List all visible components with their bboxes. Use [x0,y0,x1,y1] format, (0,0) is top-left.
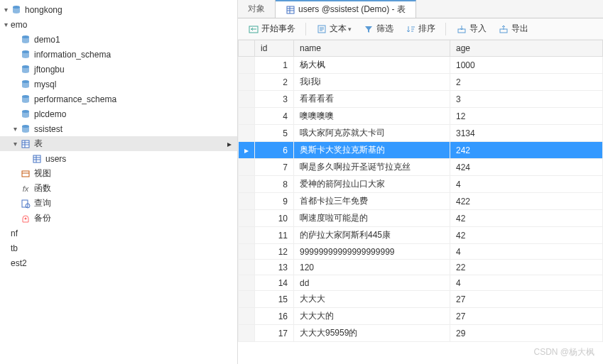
row-gutter[interactable] [239,57,255,74]
cell-id[interactable]: 5 [255,125,294,142]
table-row[interactable]: 7啊是多久啊拉开圣诞节拉克丝424 [239,159,603,176]
table-row[interactable]: ▸6奥斯卡大奖拉克斯基的242 [239,142,603,159]
row-gutter[interactable] [239,244,255,260]
table-row[interactable]: 15大大大27 [239,291,603,308]
tree-item[interactable]: ▾emo [0,17,237,32]
cell-name[interactable]: 哦大家阿克苏就大卡司 [294,125,450,142]
cell-name[interactable]: dd [294,275,450,291]
cell-name[interactable]: 大大大95959的 [294,325,450,342]
row-gutter[interactable] [239,125,255,142]
table-row[interactable]: 10啊速度啦可能是的42 [239,210,603,227]
table-row[interactable]: 1杨大枫1000 [239,57,603,74]
row-gutter[interactable]: ▸ [239,142,255,159]
cell-age[interactable]: 12 [450,108,603,125]
cell-id[interactable]: 17 [255,325,294,342]
cell-name[interactable]: 大大大 [294,291,450,308]
tree-item[interactable]: est2 [0,255,237,270]
tree-item[interactable]: 视图 [0,166,237,181]
cell-name[interactable]: 120 [294,260,450,275]
table-row[interactable]: 12999999999999999999994 [239,244,603,260]
expand-icon[interactable]: ▾ [11,140,18,148]
table-row[interactable]: 8爱神的箭阿拉山口大家4 [239,176,603,193]
table-row[interactable]: 17大大大95959的29 [239,325,603,342]
cell-age[interactable]: 42 [450,210,603,227]
table-row[interactable]: 9首都卡拉三年免费422 [239,193,603,210]
cell-id[interactable]: 13 [255,260,294,275]
table-row[interactable]: 5哦大家阿克苏就大卡司3134 [239,125,603,142]
cell-id[interactable]: 9 [255,193,294,210]
tree-item[interactable]: ▾hongkong [0,2,237,17]
begin-transaction-button[interactable]: 开始事务 [244,21,300,36]
cell-age[interactable]: 3134 [450,125,603,142]
tree-item[interactable]: users [0,151,237,166]
table-row[interactable]: 14dd4 [239,275,603,291]
expand-icon[interactable]: ▾ [11,125,18,133]
row-gutter[interactable] [239,74,255,91]
cell-id[interactable]: 7 [255,159,294,176]
cell-name[interactable]: 奥斯卡大奖拉克斯基的 [294,142,450,159]
cell-id[interactable]: 8 [255,176,294,193]
table-row[interactable]: 16大大大的27 [239,308,603,325]
row-gutter[interactable] [239,291,255,308]
cell-id[interactable]: 12 [255,244,294,260]
cell-age[interactable]: 3 [450,91,603,108]
tree-item[interactable]: tb [0,241,237,255]
tree-item[interactable]: jftongbu [0,62,237,77]
cell-name[interactable]: 噢噢噢噢 [294,108,450,125]
cell-name[interactable]: 我i我i [294,74,450,91]
tree-item[interactable]: demo1 [0,32,237,47]
cell-age[interactable]: 422 [450,193,603,210]
cell-name[interactable]: 啊是多久啊拉开圣诞节拉克丝 [294,159,450,176]
cell-id[interactable]: 3 [255,91,294,108]
row-gutter[interactable] [239,210,255,227]
cell-age[interactable]: 242 [450,142,603,159]
row-gutter[interactable] [239,193,255,210]
cell-age[interactable]: 4 [450,275,603,291]
cell-id[interactable]: 6 [255,142,294,159]
cell-age[interactable]: 1000 [450,57,603,74]
cell-age[interactable]: 424 [450,159,603,176]
tree-item[interactable]: mysql [0,77,237,92]
row-gutter[interactable] [239,275,255,291]
data-grid[interactable]: id name age 1杨大枫10002我i我i23看看看看34噢噢噢噢125… [238,40,603,364]
tab[interactable]: users @ssistest (Demo) - 表 [276,0,416,18]
expand-icon[interactable]: ▾ [2,6,9,13]
cell-name[interactable]: 啊速度啦可能是的 [294,210,450,227]
tree-item[interactable]: fx函数 [0,181,237,196]
cell-name[interactable]: 的萨拉大家阿斯利445康 [294,227,450,244]
tree-item[interactable]: ▾表▸ [0,136,237,151]
expand-icon[interactable]: ▾ [2,21,9,28]
row-gutter[interactable] [239,176,255,193]
cell-name[interactable]: 看看看看 [294,91,450,108]
cell-age[interactable]: 22 [450,260,603,275]
column-header-age[interactable]: age [450,40,603,57]
cell-name[interactable]: 首都卡拉三年免费 [294,193,450,210]
cell-id[interactable]: 4 [255,108,294,125]
tree-item[interactable]: plcdemo [0,106,237,121]
row-gutter[interactable] [239,91,255,108]
sort-button[interactable]: 排序 [401,21,440,36]
cell-age[interactable]: 27 [450,308,603,325]
tab[interactable]: 对象 [238,0,276,18]
cell-name[interactable]: 大大大的 [294,308,450,325]
table-row[interactable]: 1312022 [239,260,603,275]
cell-id[interactable]: 1 [255,57,294,74]
tree-item[interactable]: 查询 [0,196,237,211]
table-row[interactable]: 2我i我i2 [239,74,603,91]
row-gutter[interactable] [239,108,255,125]
tree-item[interactable]: 备份 [0,211,237,226]
row-gutter[interactable] [239,159,255,176]
table-row[interactable]: 3看看看看3 [239,91,603,108]
row-gutter[interactable] [239,227,255,244]
cell-id[interactable]: 2 [255,74,294,91]
row-gutter[interactable] [239,308,255,325]
text-button[interactable]: 文本 ▾ [312,21,356,36]
cell-age[interactable]: 27 [450,291,603,308]
cell-name[interactable]: 99999999999999999999 [294,244,450,260]
tree-item[interactable]: performance_schema [0,92,237,106]
tree-item[interactable]: nf [0,226,237,241]
filter-button[interactable]: 筛选 [359,21,398,36]
tree-item[interactable]: information_schema [0,47,237,62]
table-row[interactable]: 11的萨拉大家阿斯利445康42 [239,227,603,244]
tree-item[interactable]: ▾ssistest [0,121,237,136]
